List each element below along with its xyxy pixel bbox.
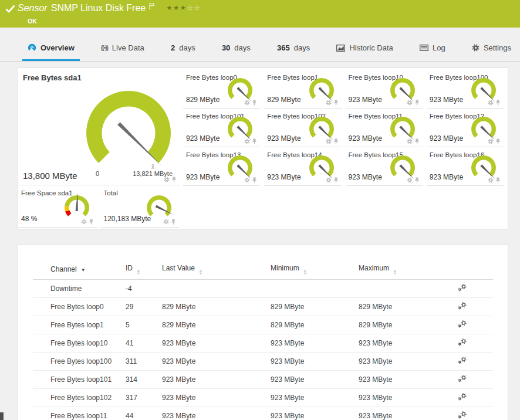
- column-header-channel[interactable]: Channel▼: [33, 259, 126, 280]
- table-row[interactable]: Free Bytes loop100311923 MByte923 MByte9…: [33, 353, 493, 371]
- cell-last: 923 MByte: [162, 334, 271, 353]
- edit-channel-icon[interactable]: [444, 393, 467, 401]
- cell-max: 923 MByte: [359, 389, 444, 407]
- pin-icon[interactable]: [414, 177, 420, 183]
- gear-icon[interactable]: [164, 177, 170, 182]
- edit-channel-icon[interactable]: [444, 357, 467, 364]
- column-header-maximum[interactable]: Maximum▲▼: [359, 259, 444, 280]
- gear-icon[interactable]: [407, 100, 413, 106]
- chart-icon: [336, 45, 345, 52]
- tab-30-days[interactable]: 30 days: [217, 36, 256, 61]
- tab-label: Settings: [484, 43, 511, 52]
- sort-icon: ▲▼: [199, 269, 202, 275]
- cell-id: 317: [126, 389, 162, 407]
- pin-icon[interactable]: [252, 100, 257, 106]
- cell-channel: Free Bytes loop1: [33, 316, 126, 334]
- table-row[interactable]: Free Bytes loop1041923 MByte923 MByte923…: [33, 334, 493, 353]
- gear-icon[interactable]: [81, 219, 87, 225]
- tab-settings[interactable]: Settings: [467, 36, 516, 61]
- gear-icon[interactable]: [326, 100, 332, 106]
- pin-icon[interactable]: [333, 100, 339, 106]
- star-filled-icon[interactable]: ★: [166, 4, 173, 11]
- table-row[interactable]: Free Bytes loop15829 MByte829 MByte829 M…: [33, 316, 493, 334]
- edit-channel-icon[interactable]: [444, 320, 467, 328]
- cell-max: 829 MByte: [359, 298, 444, 316]
- gear-icon[interactable]: [244, 100, 250, 106]
- tab-2-days[interactable]: 2 days: [166, 36, 201, 61]
- gauge-title: Total: [104, 189, 118, 197]
- pin-icon[interactable]: [414, 100, 420, 106]
- cell-id: 44: [126, 407, 162, 420]
- table-row[interactable]: Free Bytes loop101314923 MByte923 MByte9…: [33, 371, 493, 389]
- pin-icon[interactable]: [333, 177, 339, 183]
- flag-icon[interactable]: [149, 3, 154, 10]
- tab-log[interactable]: Log: [414, 36, 451, 61]
- cell-last: 923 MByte: [162, 371, 271, 389]
- gauge-tile: Free Bytes loop102 923 MByte: [264, 109, 341, 147]
- tab-label: days: [294, 43, 310, 52]
- table-row[interactable]: Free Bytes loop029829 MByte829 MByte829 …: [33, 298, 493, 316]
- tab-label: Historic Data: [349, 43, 393, 52]
- object-kind-label: Sensor: [18, 3, 48, 13]
- column-header-id[interactable]: ID▲▼: [126, 259, 162, 280]
- gear-icon[interactable]: [326, 177, 332, 183]
- sort-icon: ▲▼: [303, 269, 306, 275]
- pin-icon[interactable]: [495, 100, 501, 106]
- table-row[interactable]: Free Bytes loop1144923 MByte923 MByte923…: [33, 407, 493, 420]
- star-empty-icon[interactable]: ☆: [187, 4, 194, 11]
- table-row[interactable]: Downtime-4: [33, 280, 493, 298]
- gear-icon[interactable]: [407, 177, 413, 183]
- page-corner-artifact: [0, 412, 4, 420]
- tab-overview[interactable]: Overview: [22, 36, 80, 61]
- cell-min: 923 MByte: [271, 407, 359, 420]
- edit-channel-icon[interactable]: [444, 411, 467, 419]
- gear-icon[interactable]: [163, 219, 169, 225]
- edit-channel-icon[interactable]: [444, 302, 467, 310]
- pin-icon[interactable]: [252, 138, 257, 144]
- star-empty-icon[interactable]: ☆: [194, 4, 201, 11]
- priority-stars[interactable]: ★★★☆☆: [166, 4, 201, 12]
- channel-table-panel: Channel▼ID▲▼Last Value▲▼Minimum▲▼Maximum…: [18, 245, 508, 420]
- edit-channel-icon[interactable]: [444, 284, 467, 292]
- gear-icon[interactable]: [488, 138, 494, 144]
- gear-icon[interactable]: [244, 138, 250, 144]
- edit-channel-icon[interactable]: [444, 375, 467, 382]
- pin-icon[interactable]: [171, 177, 177, 182]
- gear-icon[interactable]: [407, 138, 413, 144]
- pin-icon[interactable]: [89, 219, 94, 225]
- table-header-row: Channel▼ID▲▼Last Value▲▼Minimum▲▼Maximum…: [33, 259, 493, 280]
- gear-icon[interactable]: [488, 177, 494, 183]
- gear-icon[interactable]: [244, 177, 250, 183]
- tab-live-data[interactable]: ((•)) Live Data: [96, 36, 150, 61]
- star-filled-icon[interactable]: ★: [180, 4, 187, 11]
- gear-icon[interactable]: [488, 100, 494, 106]
- main-gauge-chart: [77, 77, 181, 176]
- gauge-value: 923 MByte: [430, 134, 463, 143]
- table-row[interactable]: Free Bytes loop102317923 MByte923 MByte9…: [33, 389, 493, 407]
- status-badge: OK: [28, 18, 37, 25]
- pin-icon[interactable]: [333, 138, 339, 144]
- pin-icon[interactable]: [495, 138, 501, 144]
- pin-icon[interactable]: [414, 138, 420, 144]
- sensor-title-row: Sensor SNMP Linux Disk Free ★★★☆☆: [18, 3, 201, 13]
- column-header-last-value[interactable]: Last Value▲▼: [162, 259, 271, 280]
- pin-icon[interactable]: [171, 219, 176, 225]
- channel-table: Channel▼ID▲▼Last Value▲▼Minimum▲▼Maximum…: [33, 259, 493, 420]
- pin-icon[interactable]: [495, 177, 501, 183]
- tab-label: days: [179, 43, 195, 52]
- edit-channel-icon[interactable]: [444, 338, 467, 346]
- gear-icon[interactable]: [326, 138, 332, 144]
- gauge-value: 120,183 MByte: [104, 215, 151, 223]
- gauge-value: 923 MByte: [349, 134, 382, 143]
- star-filled-icon[interactable]: ★: [173, 4, 180, 11]
- tab-365-days[interactable]: 365 days: [272, 36, 315, 61]
- gauge-icon: [28, 43, 36, 52]
- gauge-value: 923 MByte: [186, 173, 220, 181]
- gauge-scale-min: 0: [96, 170, 99, 177]
- cell-max: 923 MByte: [359, 353, 444, 371]
- pin-icon[interactable]: [252, 177, 257, 183]
- tab-historic-data[interactable]: Historic Data: [331, 36, 398, 61]
- column-header-minimum[interactable]: Minimum▲▼: [271, 259, 359, 280]
- cell-last: 829 MByte: [162, 298, 271, 316]
- cell-max: 923 MByte: [359, 334, 444, 353]
